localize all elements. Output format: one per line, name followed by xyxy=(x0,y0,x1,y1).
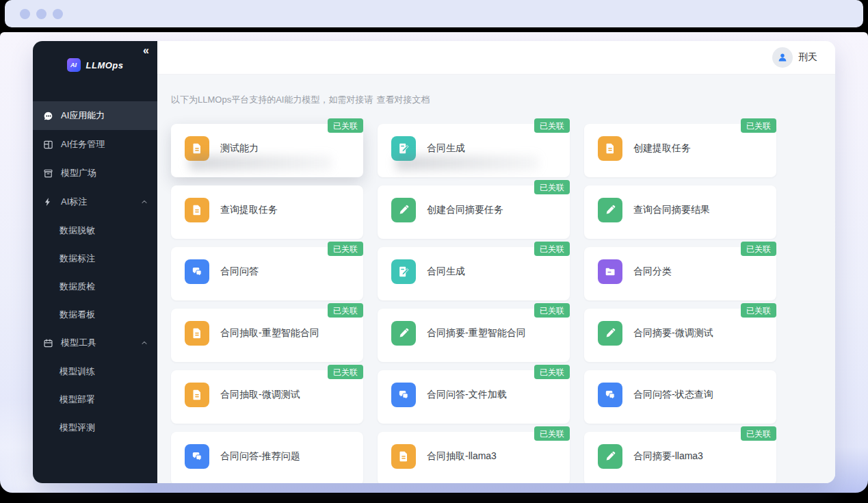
card-title: 创建合同摘要任务 xyxy=(427,204,503,216)
capability-card-contract-extract-reshape[interactable]: 已关联合同抽取-重塑智能合同 xyxy=(171,309,363,362)
sidebar-item-label: AI应用能力 xyxy=(61,109,105,122)
pencil-icon xyxy=(598,444,622,469)
chevron-up-icon[interactable] xyxy=(141,339,148,346)
chat-icon xyxy=(185,259,209,284)
sidebar-item-label: 模型工具 xyxy=(61,337,96,349)
folder-icon xyxy=(598,259,622,284)
doc-icon xyxy=(391,444,416,469)
sidebar-collapse-icon[interactable]: « xyxy=(143,45,149,56)
sidebar-subitem-model-eval[interactable]: 模型评测 xyxy=(33,413,157,441)
doc-icon xyxy=(185,321,209,346)
capability-card-create-extraction-task[interactable]: 已关联创建提取任务 xyxy=(584,124,776,177)
sidebar-subitem-data-labeling[interactable]: 数据标注 xyxy=(33,244,157,272)
capability-card-create-contract-summary-task[interactable]: 已关联创建合同摘要任务 xyxy=(378,185,570,239)
linked-status-badge: 已关联 xyxy=(328,365,363,379)
linked-status-badge: 已关联 xyxy=(328,242,363,256)
card-title: 合同摘要-重塑智能合同 xyxy=(427,327,526,339)
person-icon xyxy=(777,52,788,63)
sidebar-subitem-data-dashboard[interactable]: 数据看板 xyxy=(33,300,157,328)
sidebar-item-ai-tasks[interactable]: AI任务管理 xyxy=(33,130,157,159)
chevron-up-icon[interactable] xyxy=(141,198,148,205)
card-title: 查询合同摘要结果 xyxy=(633,204,710,216)
capability-card-test-capability[interactable]: 已关联测试能力 xyxy=(171,124,363,177)
sidebar-subitem-label: 数据标注 xyxy=(60,253,95,265)
capability-card-contract-qa-status-query[interactable]: 合同问答-状态查询 xyxy=(584,370,776,424)
capability-card-query-extraction-task[interactable]: 查询提取任务 xyxy=(171,185,363,239)
username: 刑天 xyxy=(798,51,817,64)
capability-card-contract-classification[interactable]: 已关联合同分类 xyxy=(584,247,776,300)
sidebar-subitem-model-training[interactable]: 模型训练 xyxy=(33,357,157,385)
capability-card-contract-summary-llama3[interactable]: 已关联合同摘要-llama3 xyxy=(584,432,776,483)
brand-logo-icon: AI xyxy=(67,58,81,72)
linked-status-badge: 已关联 xyxy=(741,118,776,133)
card-header: 合同问答-状态查询 xyxy=(584,370,776,407)
capability-card-contract-qa[interactable]: 已关联合同问答 xyxy=(171,247,363,300)
capability-card-contract-qa-file-load[interactable]: 已关联合同问答-文件加载 xyxy=(378,370,570,424)
card-title: 合同问答 xyxy=(220,266,259,278)
sidebar-item-model-plaza[interactable]: 模型广场 xyxy=(33,159,157,188)
linked-status-badge: 已关联 xyxy=(534,365,570,379)
pencil-icon xyxy=(598,321,622,346)
sidebar: AI LLMOps « AI应用能力AI任务管理模型广场AI标注数据脱敏数据标注… xyxy=(33,41,157,483)
content-area: 以下为LLMOps平台支持的AI能力模型，如需对接请查看对接文档 已关联测试能力… xyxy=(157,75,835,483)
capability-card-contract-generation[interactable]: 已关联合同生成 xyxy=(378,124,570,177)
linked-status-badge: 已关联 xyxy=(534,242,570,256)
capability-card-query-contract-summary-result[interactable]: 查询合同摘要结果 xyxy=(584,185,776,239)
toolbox-icon xyxy=(42,337,53,348)
window-control-dot[interactable] xyxy=(20,9,30,19)
card-title: 查询提取任务 xyxy=(220,204,278,216)
chat-icon xyxy=(391,383,416,407)
card-title: 合同问答-状态查询 xyxy=(633,389,713,401)
capability-card-contract-generation-2[interactable]: 已关联合同生成 xyxy=(378,247,570,300)
app-window: AI LLMOps « AI应用能力AI任务管理模型广场AI标注数据脱敏数据标注… xyxy=(33,41,835,483)
capability-card-contract-extract-finetune[interactable]: 已关联合同抽取-微调测试 xyxy=(171,370,363,424)
doc-icon xyxy=(185,198,209,222)
card-title: 合同抽取-llama3 xyxy=(427,450,497,463)
pencil-icon xyxy=(391,321,416,346)
doc-icon xyxy=(598,136,622,161)
user-avatar[interactable] xyxy=(772,47,793,68)
capability-card-grid: 已关联测试能力已关联合同生成已关联创建提取任务查询提取任务已关联创建合同摘要任务… xyxy=(171,124,821,483)
main-area: 刑天 以下为LLMOps平台支持的AI能力模型，如需对接请查看对接文档 已关联测… xyxy=(157,41,835,483)
sidebar-subitem-model-deploy[interactable]: 模型部署 xyxy=(33,385,157,413)
window-control-dot[interactable] xyxy=(36,9,47,19)
sidebar-item-model-tools[interactable]: 模型工具 xyxy=(33,328,157,357)
card-title: 创建提取任务 xyxy=(633,142,691,155)
model-box-icon xyxy=(42,168,53,179)
linked-status-badge: 已关联 xyxy=(534,303,570,318)
brand-name: LLMOps xyxy=(86,60,124,70)
pencil-icon xyxy=(598,198,622,222)
sidebar-subitem-label: 模型训练 xyxy=(60,365,95,378)
sidebar-subitem-label: 数据看板 xyxy=(60,309,95,321)
capability-card-contract-qa-recommend[interactable]: 合同问答-推荐问题 xyxy=(171,432,363,483)
window-control-dot[interactable] xyxy=(53,9,63,19)
sidebar-subitem-label: 数据脱敏 xyxy=(60,224,95,237)
top-bar: 刑天 xyxy=(157,41,835,75)
sidebar-menu: AI应用能力AI任务管理模型广场AI标注数据脱敏数据标注数据质检数据看板模型工具… xyxy=(33,101,157,441)
capability-card-contract-extract-llama3[interactable]: 已关联合同抽取-llama3 xyxy=(378,432,570,483)
linked-status-badge: 已关联 xyxy=(534,118,570,133)
card-title: 合同分类 xyxy=(633,266,672,278)
card-title: 测试能力 xyxy=(220,142,259,155)
card-title: 合同摘要-llama3 xyxy=(633,450,703,463)
sidebar-subitem-data-masking[interactable]: 数据脱敏 xyxy=(33,216,157,244)
sidebar-item-label: 模型广场 xyxy=(61,167,96,179)
sidebar-subitem-label: 模型评测 xyxy=(60,422,95,434)
card-title: 合同抽取-微调测试 xyxy=(220,389,300,401)
linked-status-badge: 已关联 xyxy=(741,242,776,256)
intro-text: 以下为LLMOps平台支持的AI能力模型，如需对接请查看对接文档 xyxy=(171,94,821,106)
capability-card-contract-summary-reshape[interactable]: 已关联合同摘要-重塑智能合同 xyxy=(378,309,570,362)
bolt-icon xyxy=(42,196,53,207)
capability-card-contract-summary-finetune[interactable]: 已关联合同摘要-微调测试 xyxy=(584,309,776,362)
task-board-icon xyxy=(42,139,53,150)
card-title: 合同抽取-重塑智能合同 xyxy=(220,327,319,339)
sidebar-item-ai-apps[interactable]: AI应用能力 xyxy=(33,101,157,130)
docs-link[interactable]: 查看对接文档 xyxy=(376,94,430,105)
sidebar-subitem-data-qc[interactable]: 数据质检 xyxy=(33,272,157,300)
chat-circle-icon xyxy=(42,110,53,121)
sidebar-subitem-label: 数据质检 xyxy=(60,281,95,293)
sidebar-item-ai-labeling[interactable]: AI标注 xyxy=(33,188,157,216)
doc-edit-icon xyxy=(391,259,416,284)
linked-status-badge: 已关联 xyxy=(741,426,776,441)
card-header: 合同问答-推荐问题 xyxy=(171,432,363,469)
